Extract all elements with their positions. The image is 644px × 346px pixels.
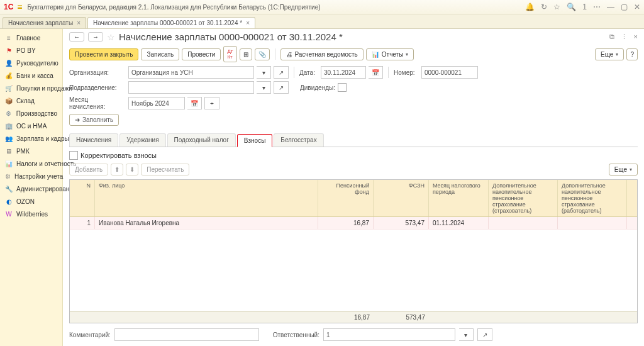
- sidebar-item-1[interactable]: ⚑PO BY: [0, 44, 62, 57]
- dt-kt-button[interactable]: ДтКт: [223, 46, 236, 62]
- tab-Подоходный налог[interactable]: Подоходный налог: [167, 133, 236, 147]
- nav-forward-button[interactable]: →: [88, 32, 103, 42]
- month-input[interactable]: Ноябрь 2024: [128, 97, 185, 109]
- more-button[interactable]: Еще ▾: [595, 48, 624, 60]
- link-icon[interactable]: ⧉: [609, 33, 614, 41]
- org-dropdown-button[interactable]: ▾: [257, 66, 271, 79]
- cell-fio[interactable]: Иванова Наталья Игоревна: [95, 217, 318, 229]
- nav-back-button[interactable]: ←: [69, 32, 84, 42]
- sidebar-item-10[interactable]: 📊Налоги и отчетность: [0, 157, 62, 170]
- sidebar-item-2[interactable]: 👤Руководителю: [0, 57, 62, 69]
- th-pension-fund[interactable]: Пенсионный фонд: [318, 180, 374, 216]
- th-extra-insurer[interactable]: Дополнительное накопительное пенсионное …: [489, 180, 558, 216]
- app-logo: 1C: [4, 3, 13, 11]
- tab-Удержания[interactable]: Удержания: [119, 133, 165, 147]
- number-input[interactable]: 0000-000021: [421, 66, 478, 79]
- sidebar-item-9[interactable]: 🖥РМК: [0, 145, 62, 157]
- responsible-dropdown-button[interactable]: ▾: [459, 328, 474, 341]
- sidebar-icon: 💰: [5, 72, 13, 79]
- move-down-button[interactable]: ⬇: [126, 164, 138, 176]
- bell-icon[interactable]: 🔔: [525, 3, 535, 11]
- cell-dop1[interactable]: [489, 217, 558, 229]
- responsible-input[interactable]: 1: [323, 328, 455, 341]
- sidebar-item-11[interactable]: ⚙Настройки учета: [0, 170, 62, 182]
- org-open-button[interactable]: ↗: [274, 66, 289, 79]
- month-stepper[interactable]: ÷: [204, 97, 219, 109]
- responsible-open-button[interactable]: ↗: [477, 328, 492, 341]
- structure-button[interactable]: ⊞: [240, 48, 252, 60]
- dividends-label: Дивиденды:: [300, 84, 335, 91]
- minimize-icon[interactable]: —: [607, 3, 614, 11]
- add-row-button[interactable]: Добавить: [69, 164, 108, 176]
- sidebar-item-3[interactable]: 💰Банк и касса: [0, 69, 62, 82]
- date-input[interactable]: 30.11.2024: [321, 66, 366, 79]
- user-icon[interactable]: 1: [582, 3, 587, 11]
- th-tax-period[interactable]: Месяц налогового периода: [429, 180, 489, 216]
- correct-contrib-checkbox[interactable]: [69, 151, 78, 160]
- th-fszn[interactable]: ФСЗН: [374, 180, 429, 216]
- cell-dop2[interactable]: [558, 217, 627, 229]
- cell-pf[interactable]: 16,87: [318, 217, 374, 229]
- tab-Взносы[interactable]: Взносы: [237, 134, 273, 147]
- help-button[interactable]: ?: [626, 48, 638, 60]
- menu-dots-icon[interactable]: ⋮: [621, 33, 628, 41]
- number-label: Номер:: [394, 69, 419, 76]
- sidebar-item-13[interactable]: ◐OZON: [0, 195, 62, 208]
- correct-contrib-label: Корректировать взносы: [80, 152, 157, 159]
- th-n[interactable]: N: [70, 180, 95, 216]
- post-and-close-button[interactable]: Провести и закрыть: [69, 48, 138, 60]
- dept-dropdown-button[interactable]: ▾: [257, 81, 271, 94]
- cell-fszn[interactable]: 573,47: [374, 217, 429, 229]
- settings-icon[interactable]: ⋯: [593, 3, 601, 11]
- sidebar-item-0[interactable]: ≡Главное: [0, 31, 62, 44]
- org-input[interactable]: Организация на УСН: [128, 66, 254, 79]
- move-up-button[interactable]: ⬆: [111, 164, 123, 176]
- cell-period[interactable]: 01.11.2024: [429, 217, 489, 229]
- sidebar-icon: W: [5, 210, 13, 218]
- tab-Белгосстрах[interactable]: Белгосстрах: [274, 133, 323, 147]
- doc-tab[interactable]: Начисления зарплаты ×: [3, 17, 86, 28]
- cell-n[interactable]: 1: [70, 217, 95, 229]
- document-tabs: Начисления зарплаты × Начисление зарплат…: [0, 14, 644, 29]
- main-menu-icon[interactable]: ≡: [17, 2, 22, 12]
- sidebar-item-6[interactable]: ⚙Производство: [0, 107, 62, 120]
- attach-button[interactable]: 📎: [255, 48, 270, 60]
- dividends-checkbox[interactable]: [338, 83, 347, 92]
- close-doc-icon[interactable]: ×: [634, 33, 638, 41]
- doc-tab-active[interactable]: Начисление зарплаты 0000-000021 от 30.11…: [87, 17, 255, 28]
- sidebar-icon: ≡: [5, 34, 13, 42]
- fill-button[interactable]: ➜ Заполнить: [69, 114, 119, 126]
- dept-input[interactable]: [128, 81, 254, 94]
- recalc-button[interactable]: Пересчитать: [141, 164, 189, 176]
- table-row[interactable]: 1Иванова Наталья Игоревна16,87573,4701.1…: [70, 217, 637, 230]
- post-button[interactable]: Провести: [182, 48, 221, 60]
- sidebar-item-14[interactable]: WWildberries: [0, 208, 62, 220]
- search-icon[interactable]: 🔍: [567, 3, 576, 11]
- comment-input[interactable]: [114, 328, 259, 341]
- table-more-button[interactable]: Еще ▾: [609, 164, 638, 176]
- close-icon[interactable]: ×: [246, 20, 250, 26]
- history-icon[interactable]: ↻: [541, 3, 547, 11]
- calendar-icon[interactable]: 📅: [369, 66, 383, 79]
- dept-open-button[interactable]: ↗: [274, 81, 289, 94]
- sidebar-item-4[interactable]: 🛒Покупки и продажи: [0, 82, 62, 94]
- month-calendar-icon[interactable]: 📅: [187, 97, 202, 109]
- payroll-sheet-button[interactable]: 🖨 Расчетная ведомость: [280, 48, 364, 60]
- close-window-icon[interactable]: ✕: [634, 3, 640, 11]
- save-button[interactable]: Записать: [141, 48, 179, 60]
- sidebar-icon: ⚙: [5, 109, 13, 117]
- th-person[interactable]: Физ. лицо: [95, 180, 318, 216]
- star-icon[interactable]: ☆: [553, 3, 560, 11]
- sidebar-item-7[interactable]: 🏢ОС и НМА: [0, 120, 62, 132]
- sidebar-icon: ◐: [5, 198, 13, 205]
- sidebar-item-8[interactable]: 👥Зарплата и кадры: [0, 132, 62, 145]
- sidebar-label: Производство: [16, 110, 57, 117]
- close-icon[interactable]: ×: [77, 20, 80, 26]
- favorite-icon[interactable]: ☆: [107, 32, 115, 42]
- th-extra-employer[interactable]: Дополнительное накопительное пенсионное …: [558, 180, 627, 216]
- sidebar-item-12[interactable]: 🔧Администрирование: [0, 182, 62, 195]
- tab-Начисления[interactable]: Начисления: [69, 133, 118, 147]
- maximize-icon[interactable]: ▢: [621, 3, 628, 11]
- sidebar-item-5[interactable]: 📦Склад: [0, 94, 62, 107]
- reports-button[interactable]: 📊 Отчеты ▾: [366, 48, 414, 60]
